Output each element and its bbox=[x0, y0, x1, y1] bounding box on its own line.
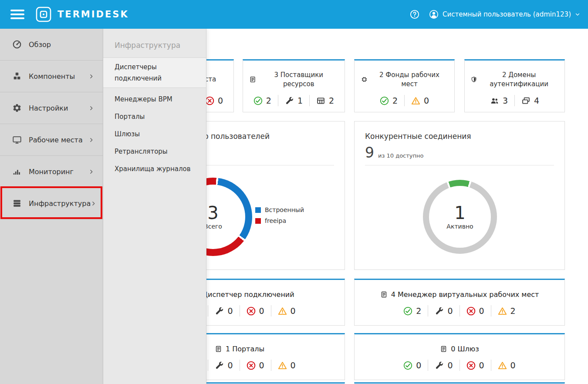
stat-value: 0 bbox=[424, 96, 429, 105]
sidebar-item-workplaces[interactable]: Рабочие места bbox=[0, 124, 103, 156]
stat-ok: 0 bbox=[397, 360, 428, 371]
stat-value: 0 bbox=[227, 306, 233, 316]
wrench-icon bbox=[215, 361, 224, 370]
legend-item: freeipa bbox=[255, 217, 304, 224]
user-menu[interactable]: Системный пользователь (admin123) bbox=[429, 10, 580, 19]
submenu-item-vdi-managers[interactable]: Менеджеры ВРМ bbox=[103, 91, 206, 108]
chevron-down-icon bbox=[575, 12, 580, 17]
sidebar-item-label: Рабочие места bbox=[29, 136, 83, 144]
screens-icon bbox=[521, 96, 531, 105]
stat-value: 0 bbox=[218, 96, 223, 105]
stat-value: 0 bbox=[416, 360, 421, 370]
stat-users: 3 bbox=[483, 95, 514, 106]
stat-value: 1 bbox=[297, 96, 303, 105]
document-icon bbox=[440, 345, 447, 353]
infrastructure-submenu: Инфраструктура Диспетчеры подключений Ме… bbox=[103, 29, 206, 384]
warning-triangle-icon bbox=[498, 361, 507, 370]
x-circle-icon bbox=[205, 96, 214, 105]
gauge-icon bbox=[12, 40, 22, 49]
sidebar-item-components[interactable]: Компоненты bbox=[0, 61, 103, 92]
card-stats: 2 1 2 bbox=[243, 95, 345, 112]
brand-name: TERMIDESK bbox=[57, 9, 129, 20]
hamburger-menu-button[interactable] bbox=[10, 10, 24, 19]
sidebar-item-infrastructure[interactable]: Инфраструктура bbox=[0, 188, 103, 219]
topbar-right: Системный пользователь (admin123) bbox=[410, 10, 580, 19]
sidebar-item-overview[interactable]: Обзор bbox=[0, 29, 103, 61]
stat-value: 0 bbox=[447, 360, 453, 370]
warning-triangle-icon bbox=[498, 307, 507, 316]
legend-swatch bbox=[255, 218, 261, 224]
x-circle-icon bbox=[247, 361, 256, 370]
warning-triangle-icon bbox=[411, 96, 420, 105]
check-circle-icon bbox=[403, 307, 412, 316]
user-icon bbox=[429, 10, 439, 19]
help-icon[interactable] bbox=[410, 10, 419, 19]
sidebar-item-monitoring[interactable]: Мониторинг bbox=[0, 156, 103, 188]
stat-error: 0 bbox=[240, 360, 271, 371]
submenu-item-relays[interactable]: Ретрансляторы bbox=[103, 143, 206, 160]
termidesk-logo-icon bbox=[36, 7, 51, 22]
warning-triangle-icon bbox=[278, 361, 287, 370]
stat-value: 2 bbox=[392, 96, 398, 105]
server-stack-icon bbox=[12, 199, 22, 208]
shield-icon bbox=[471, 76, 477, 83]
available-suffix: из 10 доступно bbox=[378, 152, 423, 159]
users-icon bbox=[490, 96, 499, 105]
stat-warning: 0 bbox=[491, 360, 522, 371]
stat-value: 0 bbox=[259, 306, 264, 316]
stat-value: 2 bbox=[416, 306, 421, 316]
wrench-icon bbox=[435, 307, 444, 316]
stat-ok: 2 bbox=[247, 95, 278, 106]
stat-warning: 0 bbox=[271, 360, 302, 371]
donut-center-label: Активно bbox=[446, 223, 473, 230]
wrench-icon bbox=[215, 307, 224, 316]
components-icon bbox=[12, 71, 22, 81]
document-icon bbox=[249, 76, 256, 83]
card-stats: 3 4 bbox=[465, 95, 564, 112]
card-title: 1 Порталы bbox=[215, 345, 264, 353]
connections-donut-chart: 1 Активно bbox=[423, 180, 497, 254]
sidebar-item-settings[interactable]: Настройки bbox=[0, 92, 103, 124]
submenu-item-gateways[interactable]: Шлюзы bbox=[103, 125, 206, 143]
sidebar-item-label: Настройки bbox=[29, 104, 68, 112]
donut-center-label: Всего bbox=[204, 223, 222, 230]
sidebar-item-label: Компоненты bbox=[29, 72, 75, 81]
document-icon bbox=[215, 345, 222, 353]
sidebar: Обзор Компоненты Настройки Рабочие места… bbox=[0, 29, 103, 384]
partial-card bbox=[354, 382, 565, 384]
stat-ok: 2 bbox=[397, 305, 428, 317]
sidebar-item-label: Мониторинг bbox=[29, 168, 74, 176]
x-circle-icon bbox=[466, 307, 476, 316]
chevron-right-icon bbox=[91, 201, 96, 206]
stat-error: 0 bbox=[240, 305, 271, 317]
stat-warning: 0 bbox=[404, 95, 436, 106]
submenu-item-log-storages[interactable]: Хранилища журналов bbox=[103, 160, 206, 178]
stat-maintenance: 1 bbox=[278, 95, 309, 106]
stat-value: 3 bbox=[503, 96, 508, 105]
bar-chart-icon bbox=[12, 167, 22, 176]
check-circle-icon bbox=[253, 96, 263, 105]
divider bbox=[365, 165, 554, 165]
user-name: Системный пользователь (admin123) bbox=[443, 10, 571, 18]
chevron-right-icon bbox=[88, 169, 94, 175]
donut-center: 1 Активно bbox=[429, 186, 491, 248]
warning-triangle-icon bbox=[278, 307, 287, 316]
stat-maintenance: 0 bbox=[208, 305, 239, 317]
stat-pools: 2 bbox=[309, 95, 341, 106]
card-title: 0 Шлюз bbox=[440, 345, 479, 353]
check-circle-icon bbox=[403, 361, 412, 370]
card-stats: 2 0 bbox=[355, 95, 454, 112]
wrench-icon bbox=[285, 96, 294, 105]
legend-swatch bbox=[255, 207, 261, 213]
stat-value: 2 bbox=[266, 96, 271, 105]
stat-value: 2 bbox=[510, 306, 516, 316]
donut-center-value: 1 bbox=[454, 204, 465, 222]
submenu-item-portals[interactable]: Порталы bbox=[103, 108, 206, 125]
submenu-item-connection-dispatchers[interactable]: Диспетчеры подключений bbox=[103, 57, 206, 88]
stat-value: 0 bbox=[479, 306, 484, 316]
x-circle-icon bbox=[247, 307, 256, 316]
card-title: 2 Домены аутентификации bbox=[465, 61, 564, 95]
legend-item: Встроенный bbox=[255, 206, 304, 213]
wrench-icon bbox=[435, 361, 444, 370]
stat-value: 0 bbox=[510, 360, 516, 370]
